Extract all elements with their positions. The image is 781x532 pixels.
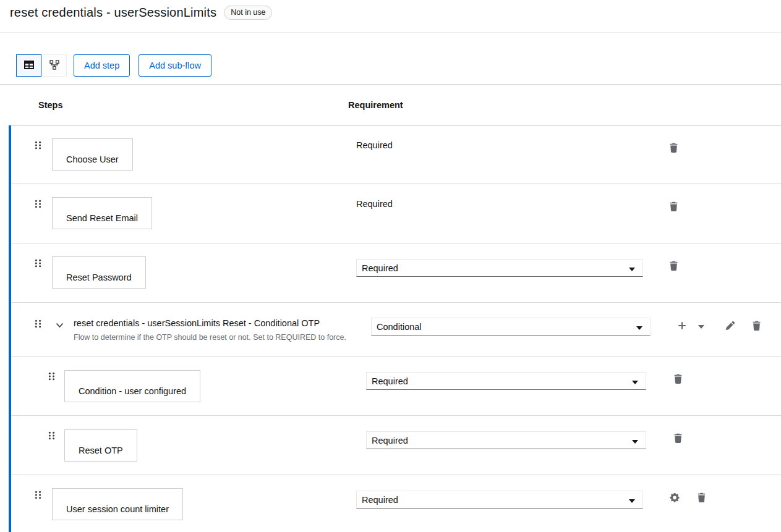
trash-icon: [752, 323, 761, 332]
grip-vertical-icon: [48, 373, 56, 382]
drag-handle[interactable]: [48, 372, 56, 381]
subflow-title: reset credentials - userSessionLimits Re…: [74, 318, 346, 328]
requirement-select[interactable]: Required: [356, 491, 643, 509]
collapse-subflow-button[interactable]: [56, 321, 64, 326]
delete-button[interactable]: [673, 374, 683, 384]
drag-handle[interactable]: [34, 200, 42, 208]
add-subflow-button[interactable]: Add sub-flow: [139, 54, 211, 77]
add-step-button[interactable]: Add step: [74, 54, 130, 77]
delete-button[interactable]: [673, 433, 683, 444]
flow-row-step: Choose UserRequired: [11, 125, 781, 184]
step-card[interactable]: Reset OTP: [64, 429, 137, 462]
page-title: reset credentials - userSessionLimits: [10, 6, 216, 20]
drag-handle[interactable]: [34, 141, 42, 150]
drag-handle[interactable]: [34, 491, 42, 499]
drag-handle[interactable]: [34, 319, 42, 328]
table-view-icon: [24, 61, 34, 71]
trash-icon: [697, 495, 706, 504]
flow-row-step: Reset PasswordRequired: [11, 243, 781, 302]
trash-icon: [669, 204, 678, 213]
column-header-requirement: Requirement: [348, 100, 651, 110]
drag-handle[interactable]: [48, 431, 56, 440]
subflow-description: Flow to determine if the OTP should be r…: [74, 333, 346, 342]
requirement-select-value: Conditional: [377, 322, 422, 332]
pencil-icon: [725, 323, 735, 332]
caret-down-icon: [632, 376, 638, 386]
flow-toolbar: Add step Add sub-flow: [0, 33, 781, 85]
edit-button[interactable]: [725, 321, 735, 331]
gear-icon: [670, 495, 680, 504]
requirement-select[interactable]: Conditional: [371, 318, 651, 336]
requirement-select[interactable]: Required: [356, 259, 643, 277]
table-header: Steps Requirement: [9, 85, 781, 125]
caret-down-icon: [636, 322, 642, 332]
flow-row-step: Condition - user configuredRequired: [11, 356, 781, 415]
delete-button[interactable]: [669, 261, 678, 271]
plus-icon: [677, 323, 687, 332]
requirement-select-value: Required: [372, 376, 408, 386]
grip-vertical-icon: [34, 492, 42, 501]
column-header-steps: Steps: [11, 100, 348, 110]
requirement-value: Required: [356, 199, 393, 209]
diagram-view-toggle[interactable]: [41, 54, 67, 77]
caret-down-icon: [632, 436, 638, 445]
grip-vertical-icon: [34, 142, 42, 151]
flow-options-button[interactable]: [698, 321, 704, 331]
caret-down-icon: [698, 321, 704, 331]
step-card-label: Reset OTP: [79, 445, 123, 455]
drag-handle[interactable]: [34, 259, 42, 268]
add-step-to-flow-button[interactable]: [677, 321, 687, 331]
step-card[interactable]: Send Reset Email: [52, 197, 152, 229]
flow-rows: Choose UserRequiredSend Reset EmailRequi…: [9, 125, 781, 532]
caret-down-icon: [629, 263, 635, 273]
grip-vertical-icon: [34, 201, 42, 210]
requirement-select[interactable]: Required: [366, 372, 646, 390]
delete-button[interactable]: [669, 201, 678, 212]
step-card-label: Reset Password: [66, 272, 132, 282]
flow-row-subflow: reset credentials - userSessionLimits Re…: [11, 302, 781, 356]
caret-down-icon: [629, 495, 635, 505]
grip-vertical-icon: [48, 433, 56, 442]
step-card[interactable]: User session count limiter: [52, 488, 183, 520]
chevron-down-icon: [56, 321, 64, 330]
step-card-label: Condition - user configured: [79, 386, 186, 396]
delete-button[interactable]: [752, 321, 761, 331]
trash-icon: [669, 145, 678, 154]
requirement-select-value: Required: [362, 495, 398, 505]
flow-table: Steps Requirement Choose UserRequiredSen…: [9, 85, 781, 532]
requirement-select[interactable]: Required: [366, 431, 646, 449]
delete-button[interactable]: [697, 492, 706, 503]
step-card-label: Send Reset Email: [66, 213, 138, 223]
diagram-view-icon: [49, 60, 59, 72]
step-card-label: Choose User: [66, 154, 119, 164]
delete-button[interactable]: [669, 143, 678, 153]
requirement-value: Required: [356, 140, 393, 150]
step-card-label: User session count limiter: [66, 504, 169, 514]
flow-row-step: Send Reset EmailRequired: [11, 184, 781, 243]
step-card[interactable]: Reset Password: [52, 256, 146, 289]
grip-vertical-icon: [34, 321, 42, 330]
table-view-toggle[interactable]: [16, 54, 41, 77]
step-card[interactable]: Condition - user configured: [64, 370, 200, 402]
view-toggle-group: [16, 54, 67, 77]
requirement-select-value: Required: [372, 436, 408, 445]
status-badge: Not in use: [224, 6, 272, 20]
requirement-select-value: Required: [362, 263, 398, 273]
trash-icon: [673, 376, 683, 386]
flow-row-step: Reset OTPRequired: [11, 415, 781, 475]
step-card[interactable]: Choose User: [52, 138, 133, 171]
flow-row-step: User session count limiterRequired: [11, 475, 781, 532]
grip-vertical-icon: [34, 260, 42, 269]
settings-button[interactable]: [670, 492, 680, 503]
page-header: reset credentials - userSessionLimits No…: [0, 0, 781, 33]
trash-icon: [673, 436, 683, 445]
trash-icon: [669, 263, 678, 272]
